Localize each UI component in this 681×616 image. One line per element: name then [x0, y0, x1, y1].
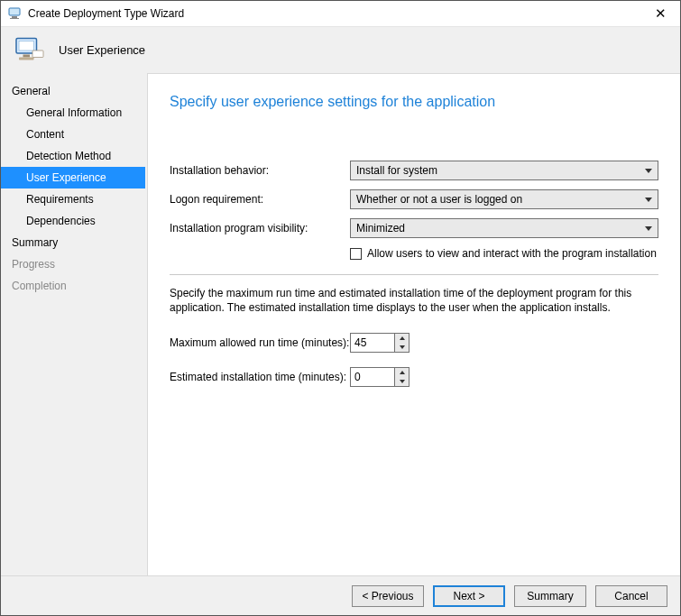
svg-rect-0: [9, 8, 20, 15]
time-description: Specify the maximum run time and estimat…: [170, 286, 658, 315]
visibility-value: Minimized: [356, 222, 405, 234]
cancel-button[interactable]: Cancel: [595, 585, 667, 607]
install-behavior-value: Install for system: [356, 164, 437, 177]
sidebar-item-general-information[interactable]: General Information: [1, 102, 147, 124]
max-runtime-input[interactable]: [350, 333, 395, 353]
previous-button[interactable]: < Previous: [352, 585, 424, 607]
svg-rect-6: [19, 57, 34, 60]
max-runtime-spinner[interactable]: [350, 333, 410, 353]
sidebar-item-requirements[interactable]: Requirements: [1, 188, 147, 210]
allow-interact-label: Allow users to view and interact with th…: [367, 247, 657, 260]
visibility-label: Installation program visibility:: [170, 222, 350, 234]
max-runtime-up[interactable]: [395, 334, 409, 343]
est-time-up[interactable]: [395, 368, 409, 377]
est-time-spinner[interactable]: [350, 367, 410, 387]
svg-rect-5: [23, 54, 31, 57]
allow-interact-checkbox[interactable]: [350, 248, 362, 260]
max-runtime-label: Maximum allowed run time (minutes):: [170, 336, 350, 349]
footer: < Previous Next > Summary Cancel: [1, 575, 680, 615]
sidebar-item-detection-method[interactable]: Detection Method: [1, 145, 147, 167]
svg-rect-7: [32, 51, 43, 58]
max-runtime-down[interactable]: [395, 343, 409, 352]
est-time-down[interactable]: [395, 377, 409, 386]
logon-requirement-label: Logon requirement:: [170, 193, 350, 206]
sidebar-item-progress: Progress: [1, 253, 147, 275]
summary-button[interactable]: Summary: [514, 585, 586, 607]
logon-requirement-select[interactable]: Whether or not a user is logged on: [350, 189, 658, 209]
banner: User Experience: [1, 26, 680, 73]
window-title: Create Deployment Type Wizard: [28, 7, 644, 20]
titlebar: Create Deployment Type Wizard ✕: [1, 1, 680, 26]
sidebar-item-summary[interactable]: Summary: [1, 232, 147, 253]
separator: [170, 274, 658, 275]
computer-icon: [14, 34, 46, 67]
wizard-window: Create Deployment Type Wizard ✕ User Exp…: [0, 0, 681, 616]
page-heading: Specify user experience settings for the…: [170, 94, 658, 110]
visibility-select[interactable]: Minimized: [350, 218, 658, 238]
install-behavior-label: Installation behavior:: [170, 164, 350, 177]
next-button[interactable]: Next >: [433, 585, 505, 607]
close-button[interactable]: ✕: [644, 5, 676, 23]
banner-title: User Experience: [59, 43, 145, 57]
app-icon: [8, 6, 23, 21]
content-panel: Specify user experience settings for the…: [147, 73, 680, 575]
sidebar-item-completion: Completion: [1, 275, 147, 297]
svg-rect-1: [12, 16, 17, 18]
svg-rect-4: [19, 41, 34, 51]
est-time-input[interactable]: [350, 367, 395, 387]
sidebar-item-content[interactable]: Content: [1, 124, 147, 145]
sidebar-item-user-experience[interactable]: User Experience: [1, 167, 145, 188]
logon-requirement-value: Whether or not a user is logged on: [356, 193, 522, 206]
wizard-sidebar: General General Information Content Dete…: [1, 73, 147, 575]
svg-rect-2: [10, 18, 19, 19]
install-behavior-select[interactable]: Install for system: [350, 161, 658, 180]
est-time-label: Estimated installation time (minutes):: [170, 371, 350, 383]
sidebar-item-general[interactable]: General: [1, 80, 147, 102]
sidebar-item-dependencies[interactable]: Dependencies: [1, 210, 147, 232]
